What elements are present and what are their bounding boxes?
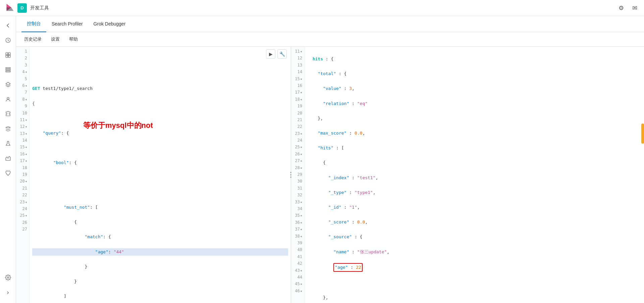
svg-rect-4 <box>8 55 10 57</box>
settings-button[interactable]: 设置 <box>48 35 62 44</box>
results-pane: 11◂ 12 13 14 15◂ 16 17◂ 18◂ 19 20 21 22 … <box>291 47 644 303</box>
svg-rect-7 <box>6 71 10 72</box>
scroll-indicator[interactable] <box>641 123 644 144</box>
wrench-button[interactable]: 🔧 <box>277 49 287 59</box>
top-bar: D 开发工具 ⚙ ✉ <box>0 0 644 16</box>
tab-grok-debugger[interactable]: Grok Debugger <box>88 16 131 32</box>
line-numbers: 1 2 3 4◂ 5 6◂ 7 8◂ 9 10 11◂ 12◂ 13◂ 14 <box>16 47 30 303</box>
svg-rect-6 <box>6 69 10 70</box>
sidebar-item-beaker[interactable] <box>1 137 15 150</box>
sidebar-item-puzzle[interactable] <box>1 107 15 121</box>
tab-console[interactable]: 控制台 <box>21 16 46 32</box>
history-button[interactable]: 历史记录 <box>21 35 44 44</box>
sidebar-item-chart[interactable] <box>1 152 15 165</box>
svg-rect-1 <box>6 53 8 55</box>
svg-point-8 <box>7 97 9 99</box>
resize-handle[interactable] <box>289 169 293 180</box>
run-button[interactable]: ▶ <box>266 49 275 59</box>
user-avatar: D <box>17 3 27 13</box>
editor-toolbar: ▶ 🔧 <box>266 49 287 59</box>
kibana-logo <box>5 3 15 13</box>
sidebar: › <box>0 16 16 303</box>
sidebar-item-dots[interactable]: › <box>1 286 15 299</box>
sidebar-item-user[interactable] <box>1 93 15 106</box>
sub-toolbar: 历史记录 设置 帮助 <box>16 32 644 47</box>
tab-search-profiler[interactable]: Search Profiler <box>46 16 88 32</box>
sidebar-item-gear[interactable] <box>1 271 15 284</box>
sidebar-item-list[interactable] <box>1 63 15 77</box>
help-button[interactable]: 帮助 <box>66 35 80 44</box>
sidebar-item-layers[interactable] <box>1 122 15 136</box>
settings-icon[interactable]: ⚙ <box>617 4 625 12</box>
mail-icon[interactable]: ✉ <box>631 4 639 12</box>
sidebar-item-clock[interactable] <box>1 34 15 47</box>
svg-rect-5 <box>6 67 10 68</box>
sidebar-item-heart[interactable] <box>1 166 15 180</box>
sidebar-item-back[interactable] <box>1 19 15 32</box>
content-area: 控制台 Search Profiler Grok Debugger 历史记录 设… <box>16 16 644 303</box>
svg-rect-3 <box>6 55 8 57</box>
editor-results-split: ▶ 🔧 1 2 3 4◂ 5 6◂ 7 8◂ 9 10 <box>16 47 644 303</box>
results-line-numbers: 11◂ 12 13 14 15◂ 16 17◂ 18◂ 19 20 21 22 … <box>291 47 305 303</box>
results-text: hits : { "total" : { "value" : 3, "relat… <box>305 47 644 303</box>
app-title: 开发工具 <box>30 5 617 11</box>
sidebar-item-stack[interactable] <box>1 78 15 91</box>
code-editor[interactable]: 1 2 3 4◂ 5 6◂ 7 8◂ 9 10 11◂ 12◂ 13◂ 14 <box>16 47 291 303</box>
svg-point-9 <box>7 277 9 279</box>
code-text[interactable]: GET test1/type1/_search { "query": { "bo… <box>30 47 291 303</box>
tab-navigation: 控制台 Search Profiler Grok Debugger <box>16 16 644 32</box>
sidebar-item-dashboard[interactable] <box>1 48 15 62</box>
editor-pane: ▶ 🔧 1 2 3 4◂ 5 6◂ 7 8◂ 9 10 <box>16 47 291 303</box>
svg-rect-2 <box>8 53 10 55</box>
